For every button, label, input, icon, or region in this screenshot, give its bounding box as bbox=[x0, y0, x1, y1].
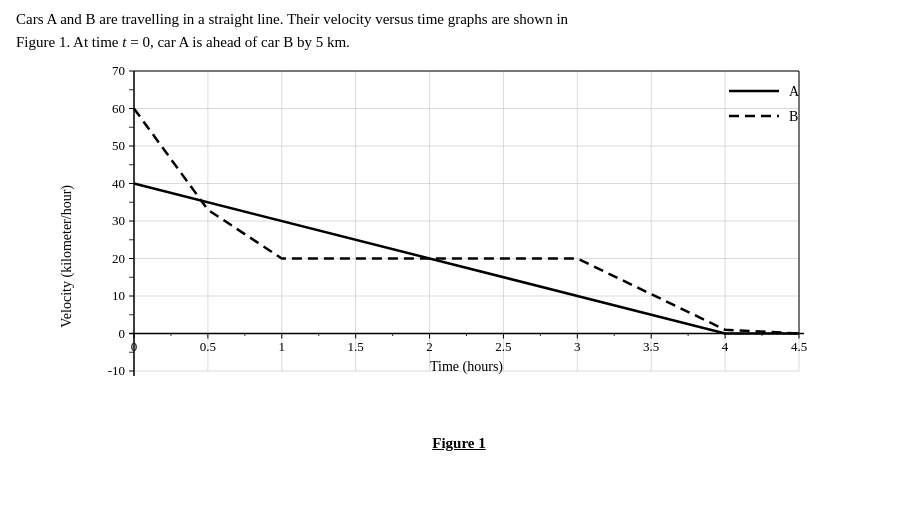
y-tick-70: 70 bbox=[112, 63, 125, 78]
x-axis-label: Time (hours) bbox=[430, 359, 503, 375]
y-tick-60: 60 bbox=[112, 101, 125, 116]
legend-b-label: B bbox=[789, 109, 798, 124]
legend: A B bbox=[729, 84, 800, 124]
x-tick-0.5: 0.5 bbox=[200, 339, 216, 354]
y-tick-10: 10 bbox=[112, 288, 125, 303]
problem-text: Cars A and B are travelling in a straigh… bbox=[16, 8, 882, 53]
y-tick-30: 30 bbox=[112, 213, 125, 228]
y-tick--10: -10 bbox=[108, 363, 125, 378]
x-tick-1: 1 bbox=[279, 339, 286, 354]
y-tick-50: 50 bbox=[112, 138, 125, 153]
legend-a-label: A bbox=[789, 84, 800, 99]
text-line2: Figure 1. At time t = 0, car A is ahead … bbox=[16, 34, 350, 50]
text-line1: Cars A and B are travelling in a straigh… bbox=[16, 11, 568, 27]
x-tick-3.5: 3.5 bbox=[643, 339, 659, 354]
x-tick-2: 2 bbox=[426, 339, 433, 354]
y-tick-20: 20 bbox=[112, 251, 125, 266]
main-chart: -10 0 10 20 30 40 50 60 70 0 0.5 1 1.5 2… bbox=[79, 61, 839, 431]
y-tick-0: 0 bbox=[119, 326, 126, 341]
y-axis-label: Velocity (kilometer/hour) bbox=[59, 185, 75, 328]
figure-caption: Figure 1 bbox=[79, 435, 839, 452]
y-tick-40: 40 bbox=[112, 176, 125, 191]
chart-container: Velocity (kilometer/hour) bbox=[16, 61, 882, 452]
x-tick-4: 4 bbox=[722, 339, 729, 354]
x-tick-3: 3 bbox=[574, 339, 581, 354]
x-tick-4.5: 4.5 bbox=[791, 339, 807, 354]
x-tick-2.5: 2.5 bbox=[495, 339, 511, 354]
x-tick-1.5: 1.5 bbox=[348, 339, 364, 354]
chart-area: -10 0 10 20 30 40 50 60 70 0 0.5 1 1.5 2… bbox=[79, 61, 839, 452]
x-tick-0: 0 bbox=[131, 339, 138, 354]
